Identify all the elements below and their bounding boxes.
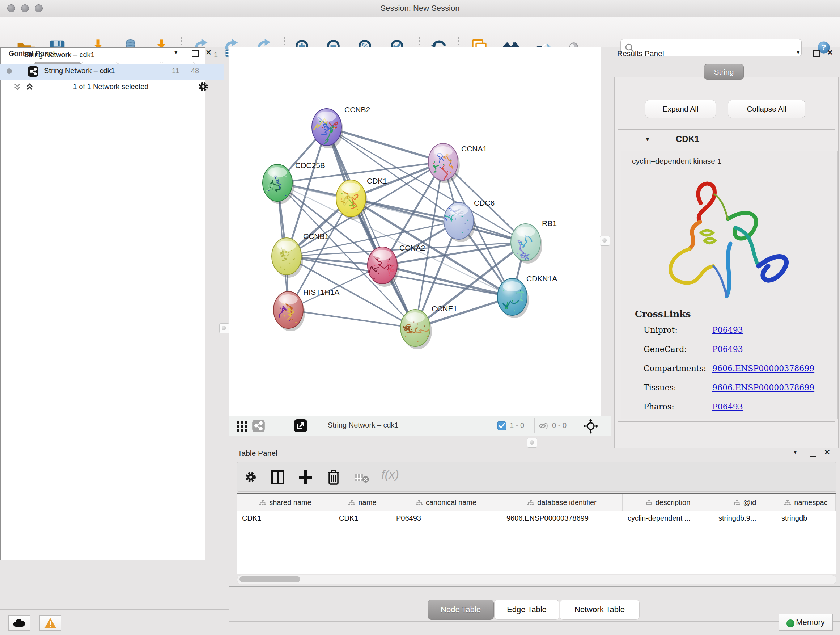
protein-structure-image <box>646 171 798 309</box>
table-options-gear-icon[interactable] <box>244 470 257 484</box>
tab-string[interactable]: String <box>704 64 744 80</box>
protein-node-CCNE1[interactable]: CCNE1 <box>401 304 457 349</box>
table-cell[interactable]: P06493 <box>391 511 501 525</box>
main-toolbar: ? <box>0 17 840 48</box>
results-panel-menu-icon[interactable]: ▾ <box>797 49 800 56</box>
network-status-dot <box>6 68 12 74</box>
table-panel-float-icon[interactable] <box>810 450 816 456</box>
network-view-toolbar: String Network – cdk1 1 - 0 0 - 0 <box>229 416 611 436</box>
hidden-counter: 0 - 0 <box>552 421 567 430</box>
network-node-count: 11 <box>172 67 180 75</box>
hidden-eye-icon[interactable] <box>538 421 549 431</box>
node-label-HIST1H1A: HIST1H1A <box>303 288 339 296</box>
memory-status-dot <box>786 619 794 627</box>
left-splitter-handle[interactable] <box>219 323 229 333</box>
birds-eye-view-icon[interactable] <box>294 419 308 432</box>
network-list: ▼ String Network – cdk1 1 String Network… <box>0 47 205 561</box>
table-panel-menu-icon[interactable]: ▾ <box>794 448 797 456</box>
cloud-status-button[interactable] <box>8 615 30 631</box>
results-panel-close-icon[interactable]: ✕ <box>827 48 833 57</box>
selection-status: 1 of 1 Network selected <box>43 82 178 91</box>
table-cell[interactable]: cyclin-dependent ... <box>622 511 714 525</box>
column-sort-icon <box>259 499 266 506</box>
memory-button[interactable]: Memory <box>778 614 833 631</box>
expand-all-button[interactable]: Expand All <box>645 100 716 118</box>
selected-checkbox-icon[interactable] <box>497 421 507 431</box>
crosslinks-title: CrossLinks <box>635 309 691 319</box>
table-cell[interactable]: stringdb <box>776 511 836 525</box>
table-cell[interactable]: 9606.ENSP00000378699 <box>501 511 622 525</box>
network-collection-row[interactable]: ▼ String Network – cdk1 1 <box>0 48 224 64</box>
crosslink-label: GeneCard: <box>644 345 687 354</box>
selected-counter: 1 - 0 <box>510 421 524 430</box>
protein-node-HIST1H1A[interactable]: HIST1H1A <box>273 288 339 331</box>
tab-node-table[interactable]: Node Table <box>428 600 494 620</box>
delete-column-icon[interactable] <box>326 469 341 486</box>
table-cell[interactable]: stringdb:9... <box>714 511 776 525</box>
protein-node-CCNA1[interactable]: CCNA1 <box>428 143 487 183</box>
collapse-all-icon[interactable] <box>12 82 22 92</box>
column-header[interactable]: @id <box>714 494 776 511</box>
pan-crosshair-icon[interactable] <box>583 418 598 434</box>
expand-all-icon[interactable] <box>25 82 35 92</box>
delete-table-icon[interactable] <box>354 472 370 483</box>
tab-edge-table[interactable]: Edge Table <box>494 600 559 620</box>
node-entry-section: ▼ CDK1 cyclin–dependent kinase 1 <box>617 129 835 422</box>
entry-collapse-icon[interactable]: ▼ <box>645 136 651 143</box>
crosslink-row: Pharos: <box>644 402 674 411</box>
protein-node-CCNB2[interactable]: CCNB2 <box>312 105 370 149</box>
warning-status-button[interactable] <box>39 615 62 631</box>
protein-node-CDK1[interactable]: CDK1 <box>336 177 387 220</box>
table-header-row: shared namenamecanonical namedatabase id… <box>237 494 836 511</box>
column-header[interactable]: name <box>334 494 391 511</box>
right-splitter-handle[interactable] <box>600 236 610 246</box>
table-toolbar: f(x) <box>237 462 836 492</box>
column-header[interactable]: database identifier <box>501 494 622 511</box>
bottom-splitter-handle[interactable] <box>527 438 537 448</box>
column-header[interactable]: canonical name <box>391 494 501 511</box>
protein-node-CDC25B[interactable]: CDC25B <box>253 161 325 204</box>
crosslink-row: GeneCard: <box>644 345 687 354</box>
network-row-selected[interactable]: String Network – cdk1 11 48 <box>0 64 224 80</box>
crosslink-link[interactable]: P06493 <box>712 402 743 411</box>
network-options-gear-icon[interactable] <box>197 80 210 93</box>
column-header[interactable]: description <box>622 494 714 511</box>
table-cell[interactable]: CDK1 <box>237 511 334 525</box>
protein-node-CDC6[interactable]: CDC6 <box>441 199 494 242</box>
protein-node-RB1[interactable]: RB1 <box>511 219 557 264</box>
crosslink-link[interactable]: P06493 <box>712 345 743 354</box>
column-sort-icon <box>784 499 791 506</box>
add-column-icon[interactable] <box>298 470 313 485</box>
scrollbar-thumb[interactable] <box>240 576 300 582</box>
grid-view-icon[interactable] <box>236 420 248 432</box>
network-graph[interactable]: CCNB2CCNA1CDC25BCDK1CDC6RB1CCNB1CCNA2CDK… <box>229 47 601 416</box>
protein-node-CDKN1A[interactable]: CDKN1A <box>497 274 557 318</box>
collapse-all-button[interactable]: Collapse All <box>728 100 805 118</box>
node-label-CCNB2: CCNB2 <box>344 105 370 114</box>
view-network-title: String Network – cdk1 <box>328 421 399 429</box>
entry-name: CDK1 <box>676 134 699 144</box>
table-horizontal-scrollbar[interactable] <box>237 575 836 584</box>
protein-node-CCNB1[interactable]: CCNB1 <box>272 232 329 278</box>
node-label-RB1: RB1 <box>542 219 557 227</box>
crosslink-link[interactable]: 9606.ENSP00000378699 <box>712 383 814 392</box>
column-header[interactable]: shared name <box>237 494 334 511</box>
crosslink-label: Pharos: <box>644 402 674 411</box>
table-cell[interactable]: CDK1 <box>334 511 391 525</box>
crosslink-label: Uniprot: <box>644 325 677 334</box>
results-panel-float-icon[interactable] <box>813 50 820 57</box>
control-panel: Control Panel ▾ ✕ Network Style Select S… <box>0 47 224 610</box>
network-canvas[interactable]: CCNB2CCNA1CDC25BCDK1CDC6RB1CCNB1CCNA2CDK… <box>229 47 601 416</box>
column-header[interactable]: namespac <box>776 494 836 511</box>
collection-expand-icon[interactable]: ▼ <box>10 51 16 57</box>
table-row[interactable]: CDK1CDK1P064939606.ENSP00000378699cyclin… <box>237 511 836 525</box>
statusbar-divider-right <box>229 621 840 622</box>
network-view-icon[interactable] <box>252 419 265 432</box>
crosslink-link[interactable]: P06493 <box>712 325 743 334</box>
table-panel-close-icon[interactable]: ✕ <box>824 448 830 456</box>
show-columns-icon[interactable] <box>271 470 285 485</box>
function-builder-icon[interactable]: f(x) <box>381 467 399 481</box>
crosslink-link[interactable]: 9606.ENSP00000378699 <box>712 364 814 373</box>
node-label-CDC25B: CDC25B <box>295 161 325 169</box>
tab-network-table[interactable]: Network Table <box>560 600 639 620</box>
